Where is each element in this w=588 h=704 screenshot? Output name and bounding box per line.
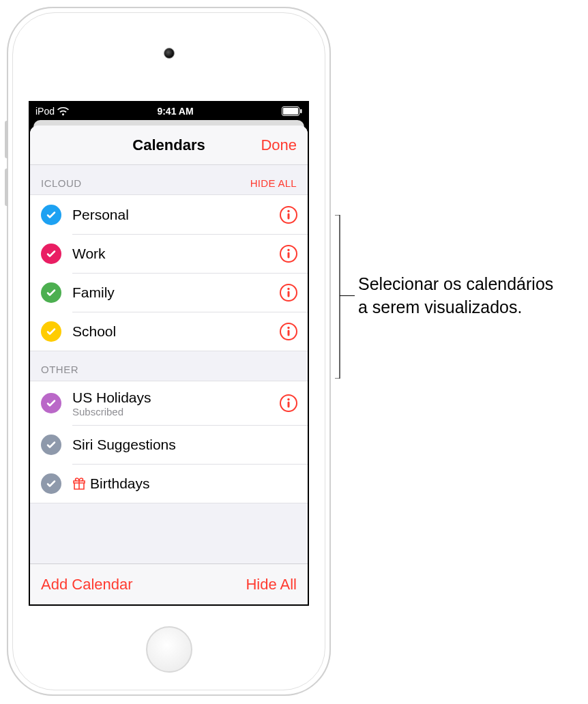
- info-icon[interactable]: [279, 205, 298, 224]
- calendar-sublabel: Subscribed: [72, 406, 279, 417]
- front-camera: [164, 48, 175, 59]
- info-icon[interactable]: [279, 322, 298, 341]
- icloud-section-header: ICLOUD HIDE ALL: [30, 165, 308, 194]
- wifi-icon: [57, 107, 69, 116]
- calendar-row-us-holidays[interactable]: US Holidays Subscribed: [30, 381, 308, 425]
- add-calendar-button[interactable]: Add Calendar: [41, 576, 133, 593]
- calendar-row-personal[interactable]: Personal: [30, 195, 308, 234]
- sheet-header: Calendars Done: [30, 126, 308, 165]
- calendar-row-school[interactable]: School: [30, 312, 308, 351]
- info-icon[interactable]: [279, 394, 298, 413]
- checkmark-badge: [41, 282, 61, 303]
- svg-rect-8: [288, 252, 290, 258]
- other-section-title: OTHER: [41, 364, 78, 375]
- checkmark-badge: [41, 244, 61, 264]
- sheet-title: Calendars: [132, 136, 205, 154]
- svg-point-16: [287, 398, 289, 400]
- calendars-sheet: Calendars Done ICLOUD HIDE ALL Personal: [30, 126, 308, 604]
- svg-point-4: [287, 209, 289, 211]
- checkmark-badge: [41, 321, 61, 342]
- gift-icon: [72, 477, 86, 490]
- carrier-label: iPod: [35, 106, 55, 117]
- annotation-bracket: [334, 215, 355, 379]
- device-frame: iPod 9:41 AM Calendars Done ICLOUD HIDE …: [7, 7, 331, 696]
- svg-point-7: [287, 248, 289, 250]
- other-section-header: OTHER: [30, 351, 308, 381]
- checkmark-badge: [41, 435, 61, 455]
- checkmark-badge: [41, 205, 61, 225]
- status-time: 9:41 AM: [157, 106, 193, 117]
- annotation-connector: [340, 295, 355, 296]
- info-icon[interactable]: [279, 283, 298, 302]
- icloud-list: Personal Work: [30, 194, 308, 351]
- calendar-row-siri-suggestions[interactable]: Siri Suggestions: [30, 425, 308, 464]
- done-button[interactable]: Done: [261, 136, 297, 154]
- screen: iPod 9:41 AM Calendars Done ICLOUD HIDE …: [29, 101, 309, 606]
- svg-point-13: [287, 326, 289, 328]
- status-bar: iPod 9:41 AM: [30, 102, 308, 120]
- svg-rect-5: [288, 213, 290, 219]
- calendar-label: Personal: [72, 206, 279, 223]
- battery-icon: [282, 106, 302, 116]
- calendar-label: Birthdays: [90, 475, 150, 492]
- svg-rect-17: [288, 402, 290, 408]
- checkmark-badge: [41, 473, 61, 494]
- calendar-label: Siri Suggestions: [72, 436, 298, 453]
- calendar-label: Work: [72, 245, 279, 262]
- volume-up-button[interactable]: [5, 121, 8, 158]
- annotation-line1: Selecionar os calendários: [358, 273, 553, 296]
- other-list: US Holidays Subscribed Siri Suggestions: [30, 381, 308, 503]
- svg-rect-14: [288, 329, 290, 336]
- hide-all-button[interactable]: Hide All: [246, 576, 297, 593]
- calendar-row-family[interactable]: Family: [30, 273, 308, 312]
- svg-rect-11: [288, 291, 290, 297]
- calendar-row-birthdays[interactable]: Birthdays: [30, 464, 308, 503]
- bottom-toolbar: Add Calendar Hide All: [30, 563, 308, 604]
- checkmark-badge: [41, 393, 61, 413]
- info-icon[interactable]: [279, 244, 298, 263]
- svg-point-10: [287, 287, 289, 289]
- calendar-label: School: [72, 323, 279, 340]
- annotation-line2: a serem visualizados.: [358, 296, 553, 319]
- hide-all-icloud-button[interactable]: HIDE ALL: [250, 177, 297, 189]
- icloud-section-title: ICLOUD: [41, 177, 82, 189]
- calendar-label: US Holidays: [72, 389, 279, 406]
- home-button[interactable]: [146, 626, 192, 673]
- annotation-text: Selecionar os calendários a serem visual…: [358, 273, 553, 319]
- calendar-label: Family: [72, 284, 279, 301]
- svg-rect-1: [283, 108, 298, 115]
- volume-down-button[interactable]: [5, 168, 8, 206]
- calendar-row-work[interactable]: Work: [30, 234, 308, 273]
- svg-rect-2: [300, 109, 302, 113]
